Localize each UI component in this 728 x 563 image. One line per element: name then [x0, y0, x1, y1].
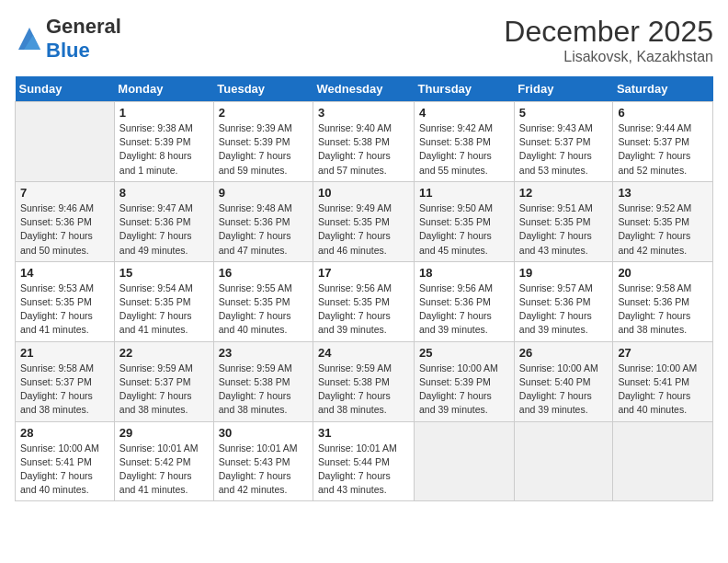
day-info: Sunrise: 9:58 AMSunset: 5:36 PMDaylight:…	[618, 282, 708, 338]
calendar-cell: 3 Sunrise: 9:40 AMSunset: 5:38 PMDayligh…	[313, 102, 415, 182]
calendar-cell	[613, 421, 713, 501]
calendar-cell: 6 Sunrise: 9:44 AMSunset: 5:37 PMDayligh…	[613, 102, 713, 182]
logo-text: General Blue	[46, 15, 121, 63]
page-title: December 2025	[504, 15, 713, 49]
logo-blue-text: Blue	[46, 39, 90, 62]
day-info: Sunrise: 9:56 AMSunset: 5:36 PMDaylight:…	[419, 282, 509, 338]
day-info: Sunrise: 10:00 AMSunset: 5:41 PMDaylight…	[618, 362, 708, 418]
day-info: Sunrise: 9:39 AMSunset: 5:39 PMDaylight:…	[219, 121, 308, 178]
day-number: 4	[419, 106, 509, 120]
logo: General Blue	[15, 15, 121, 63]
day-info: Sunrise: 9:53 AMSunset: 5:35 PMDaylight:…	[20, 282, 109, 338]
calendar-cell: 19 Sunrise: 9:57 AMSunset: 5:36 PMDaylig…	[514, 261, 613, 341]
calendar-week-4: 21 Sunrise: 9:58 AMSunset: 5:37 PMDaylig…	[16, 341, 713, 421]
calendar-week-3: 14 Sunrise: 9:53 AMSunset: 5:35 PMDaylig…	[16, 261, 713, 341]
calendar-cell: 18 Sunrise: 9:56 AMSunset: 5:36 PMDaylig…	[415, 261, 515, 341]
day-info: Sunrise: 9:52 AMSunset: 5:35 PMDaylight:…	[618, 201, 708, 258]
day-number: 22	[119, 346, 209, 360]
calendar-table: SundayMondayTuesdayWednesdayThursdayFrid…	[15, 76, 713, 501]
day-info: Sunrise: 10:00 AMSunset: 5:41 PMDaylight…	[20, 442, 109, 498]
day-number: 27	[618, 346, 708, 360]
day-number: 20	[618, 266, 708, 280]
day-number: 25	[419, 346, 509, 360]
day-number: 3	[318, 106, 409, 120]
day-number: 2	[219, 106, 308, 120]
calendar-cell: 16 Sunrise: 9:55 AMSunset: 5:35 PMDaylig…	[213, 261, 313, 341]
day-header-thursday: Thursday	[415, 76, 515, 102]
day-number: 19	[519, 266, 609, 280]
day-info: Sunrise: 10:01 AMSunset: 5:44 PMDaylight…	[318, 442, 409, 498]
day-number: 6	[618, 106, 708, 120]
calendar-cell: 22 Sunrise: 9:59 AMSunset: 5:37 PMDaylig…	[114, 341, 213, 421]
day-number: 11	[419, 186, 509, 200]
calendar-cell: 31 Sunrise: 10:01 AMSunset: 5:44 PMDayli…	[313, 421, 415, 501]
calendar-cell: 10 Sunrise: 9:49 AMSunset: 5:35 PMDaylig…	[313, 181, 415, 261]
calendar-header-row: SundayMondayTuesdayWednesdayThursdayFrid…	[16, 76, 713, 102]
calendar-cell: 1 Sunrise: 9:38 AMSunset: 5:39 PMDayligh…	[114, 102, 213, 182]
calendar-week-1: 1 Sunrise: 9:38 AMSunset: 5:39 PMDayligh…	[16, 102, 713, 182]
day-info: Sunrise: 10:00 AMSunset: 5:39 PMDaylight…	[419, 362, 509, 418]
logo-icon	[15, 24, 44, 53]
calendar-cell: 30 Sunrise: 10:01 AMSunset: 5:43 PMDayli…	[213, 421, 313, 501]
title-block: December 2025 Lisakovsk, Kazakhstan	[504, 15, 713, 65]
day-info: Sunrise: 9:51 AMSunset: 5:35 PMDaylight:…	[519, 201, 609, 258]
day-number: 9	[219, 186, 308, 200]
day-number: 26	[519, 346, 609, 360]
day-info: Sunrise: 9:43 AMSunset: 5:37 PMDaylight:…	[519, 121, 609, 178]
day-number: 13	[618, 186, 708, 200]
calendar-cell: 23 Sunrise: 9:59 AMSunset: 5:38 PMDaylig…	[213, 341, 313, 421]
calendar-cell: 2 Sunrise: 9:39 AMSunset: 5:39 PMDayligh…	[213, 102, 313, 182]
day-info: Sunrise: 9:44 AMSunset: 5:37 PMDaylight:…	[618, 121, 708, 178]
day-info: Sunrise: 9:40 AMSunset: 5:38 PMDaylight:…	[318, 121, 409, 178]
day-number: 7	[20, 186, 109, 200]
calendar-cell: 24 Sunrise: 9:59 AMSunset: 5:38 PMDaylig…	[313, 341, 415, 421]
day-number: 1	[119, 106, 209, 120]
day-info: Sunrise: 9:42 AMSunset: 5:38 PMDaylight:…	[419, 121, 509, 178]
day-info: Sunrise: 9:59 AMSunset: 5:38 PMDaylight:…	[318, 362, 409, 418]
day-info: Sunrise: 9:48 AMSunset: 5:36 PMDaylight:…	[219, 201, 308, 258]
day-info: Sunrise: 10:01 AMSunset: 5:42 PMDaylight…	[119, 442, 209, 498]
day-number: 10	[318, 186, 409, 200]
day-info: Sunrise: 9:50 AMSunset: 5:35 PMDaylight:…	[419, 201, 509, 258]
day-header-wednesday: Wednesday	[313, 76, 415, 102]
calendar-cell: 29 Sunrise: 10:01 AMSunset: 5:42 PMDayli…	[114, 421, 213, 501]
calendar-cell	[16, 102, 115, 182]
day-number: 12	[519, 186, 609, 200]
day-number: 15	[119, 266, 209, 280]
day-info: Sunrise: 9:58 AMSunset: 5:37 PMDaylight:…	[20, 362, 109, 418]
calendar-cell: 9 Sunrise: 9:48 AMSunset: 5:36 PMDayligh…	[213, 181, 313, 261]
day-header-friday: Friday	[514, 76, 613, 102]
calendar-cell: 21 Sunrise: 9:58 AMSunset: 5:37 PMDaylig…	[16, 341, 115, 421]
day-info: Sunrise: 9:55 AMSunset: 5:35 PMDaylight:…	[219, 282, 308, 338]
day-number: 14	[20, 266, 109, 280]
day-info: Sunrise: 9:54 AMSunset: 5:35 PMDaylight:…	[119, 282, 209, 338]
calendar-cell: 17 Sunrise: 9:56 AMSunset: 5:35 PMDaylig…	[313, 261, 415, 341]
day-info: Sunrise: 9:59 AMSunset: 5:38 PMDaylight:…	[219, 362, 308, 418]
day-number: 16	[219, 266, 308, 280]
day-number: 5	[519, 106, 609, 120]
calendar-cell: 8 Sunrise: 9:47 AMSunset: 5:36 PMDayligh…	[114, 181, 213, 261]
day-info: Sunrise: 9:46 AMSunset: 5:36 PMDaylight:…	[20, 201, 109, 258]
calendar-cell: 28 Sunrise: 10:00 AMSunset: 5:41 PMDayli…	[16, 421, 115, 501]
day-number: 17	[318, 266, 409, 280]
day-number: 28	[20, 426, 109, 440]
calendar-cell: 27 Sunrise: 10:00 AMSunset: 5:41 PMDayli…	[613, 341, 713, 421]
day-number: 24	[318, 346, 409, 360]
day-info: Sunrise: 9:47 AMSunset: 5:36 PMDaylight:…	[119, 201, 209, 258]
calendar-cell	[415, 421, 515, 501]
day-header-saturday: Saturday	[613, 76, 713, 102]
day-header-tuesday: Tuesday	[213, 76, 313, 102]
calendar-cell: 14 Sunrise: 9:53 AMSunset: 5:35 PMDaylig…	[16, 261, 115, 341]
day-info: Sunrise: 9:38 AMSunset: 5:39 PMDaylight:…	[119, 121, 209, 178]
calendar-cell: 5 Sunrise: 9:43 AMSunset: 5:37 PMDayligh…	[514, 102, 613, 182]
calendar-cell: 7 Sunrise: 9:46 AMSunset: 5:36 PMDayligh…	[16, 181, 115, 261]
calendar-cell: 26 Sunrise: 10:00 AMSunset: 5:40 PMDayli…	[514, 341, 613, 421]
calendar-cell: 12 Sunrise: 9:51 AMSunset: 5:35 PMDaylig…	[514, 181, 613, 261]
page-header: General Blue December 2025 Lisakovsk, Ka…	[15, 15, 713, 65]
calendar-cell: 20 Sunrise: 9:58 AMSunset: 5:36 PMDaylig…	[613, 261, 713, 341]
day-info: Sunrise: 9:56 AMSunset: 5:35 PMDaylight:…	[318, 282, 409, 338]
day-number: 30	[219, 426, 308, 440]
calendar-cell	[514, 421, 613, 501]
day-info: Sunrise: 9:59 AMSunset: 5:37 PMDaylight:…	[119, 362, 209, 418]
calendar-cell: 13 Sunrise: 9:52 AMSunset: 5:35 PMDaylig…	[613, 181, 713, 261]
